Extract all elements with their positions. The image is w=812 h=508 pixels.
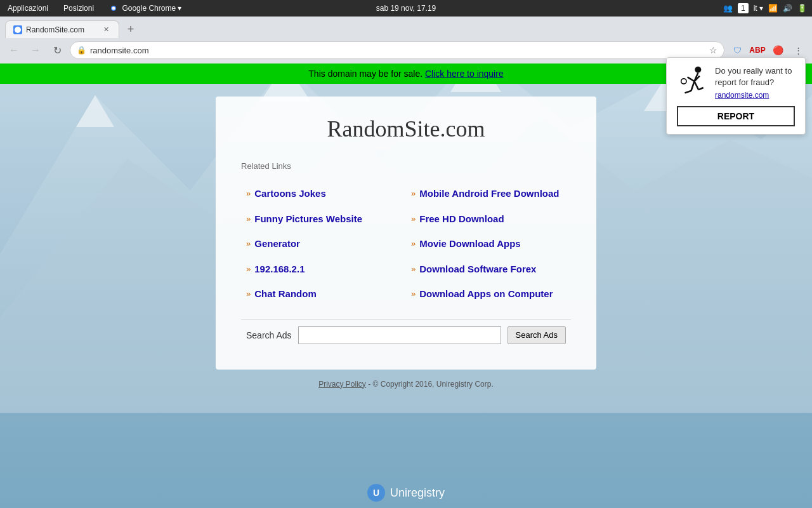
links-grid: » Cartoons Jokes » Mobile Android Free D… [241, 181, 571, 307]
link-item: » Download Software Forex [406, 257, 571, 282]
fraud-site: randomsite.com [715, 91, 795, 100]
back-button[interactable]: ← [5, 41, 23, 59]
chevron-icon: » [411, 189, 416, 198]
chevron-icon: » [246, 264, 251, 274]
chevron-icon: » [411, 239, 416, 248]
link-item: » Download Apps on Computer [406, 281, 571, 307]
toolbar-icons: 🛡 ABP 🔴 ⋮ [728, 41, 807, 59]
chevron-icon: » [411, 214, 416, 224]
link-item: » 192.168.2.1 [241, 257, 406, 282]
fraud-popup: Do you really want to report for fraud? … [666, 57, 806, 135]
svg-line-16 [691, 81, 695, 91]
os-posizioni[interactable]: Posizioni [61, 3, 96, 14]
svg-point-20 [681, 79, 686, 84]
link-item: » Free HD Download [406, 206, 571, 232]
notification-text: This domain may be for sale. [308, 69, 422, 79]
url-bar[interactable]: 🔒 randomsite.com ☆ [70, 41, 724, 59]
os-lang: it ▾ [754, 4, 763, 13]
copyright-text: © Copyright 2016, Uniregistry Corp. [373, 380, 494, 389]
related-links-label: Related Links [241, 161, 571, 171]
search-ads-input[interactable] [298, 326, 501, 344]
os-num: 1 [738, 3, 749, 13]
os-applicazioni[interactable]: Applicazioni [5, 3, 51, 14]
os-users-icon: 👥 [723, 4, 733, 13]
chevron-icon: » [246, 189, 251, 198]
fraud-popup-inner: Do you really want to report for fraud? … [677, 65, 795, 100]
download-software-link[interactable]: Download Software Forex [419, 263, 536, 276]
extra-icon[interactable]: 🔴 [769, 41, 787, 59]
svg-line-14 [688, 77, 695, 81]
svg-line-18 [695, 81, 699, 90]
svg-point-2 [15, 27, 21, 33]
link-item: » Funny Pictures Website [241, 206, 406, 232]
refresh-button[interactable]: ↻ [48, 41, 66, 59]
os-bar-right: 👥 1 it ▾ 📶 🔊 🔋 [723, 3, 807, 13]
chevron-icon: » [246, 289, 251, 298]
svg-line-17 [685, 91, 691, 93]
os-chrome[interactable]: Google Chrome ▾ [107, 3, 184, 15]
privacy-policy-link[interactable]: Privacy Policy [318, 380, 366, 389]
ip-link[interactable]: 192.168.2.1 [254, 263, 304, 276]
download-apps-link[interactable]: Download Apps on Computer [419, 288, 553, 300]
cartoons-jokes-link[interactable]: Cartoons Jokes [254, 187, 326, 200]
chevron-icon: » [246, 214, 251, 224]
os-datetime: sab 19 nov, 17.19 [376, 4, 436, 13]
link-item: » Generator [241, 231, 406, 257]
svg-point-1 [112, 7, 115, 10]
footer: Privacy Policy - © Copyright 2016, Unire… [318, 380, 494, 389]
link-item: » Chat Random [241, 281, 406, 307]
chevron-icon: » [411, 264, 416, 274]
uniregistry-logo: U [367, 484, 385, 502]
svg-text:U: U [373, 488, 379, 498]
free-hd-link[interactable]: Free HD Download [419, 213, 504, 225]
search-ads-row: Search Ads Search Ads [241, 319, 571, 351]
new-tab-button[interactable]: + [122, 20, 140, 38]
shield-icon[interactable]: 🛡 [728, 41, 746, 59]
tab-favicon [13, 25, 22, 34]
os-battery-icon: 🔋 [797, 4, 807, 13]
bookmark-icon[interactable]: ☆ [709, 45, 717, 55]
os-volume-icon: 🔊 [783, 4, 792, 13]
fraud-content: Do you really want to report for fraud? … [715, 65, 795, 100]
generator-link[interactable]: Generator [254, 237, 300, 250]
forward-button[interactable]: → [27, 41, 44, 59]
link-item: » Mobile Android Free Download [406, 181, 571, 206]
link-item: » Movie Download Apps [406, 231, 571, 257]
funny-pictures-link[interactable]: Funny Pictures Website [254, 213, 362, 225]
svg-line-19 [698, 88, 704, 90]
movie-download-link[interactable]: Movie Download Apps [419, 237, 520, 250]
tab-close-button[interactable]: ✕ [101, 25, 111, 35]
fraud-question: Do you really want to report for fraud? [715, 65, 795, 88]
copyright-text: - [368, 380, 372, 389]
link-item: » Cartoons Jokes [241, 181, 406, 206]
uniregistry-label: Uniregistry [390, 486, 445, 500]
tab-bar: RandomSite.com ✕ + [0, 17, 812, 38]
chevron-icon: » [246, 239, 251, 248]
tab-title: RandomSite.com [26, 25, 84, 34]
browser-frame: RandomSite.com ✕ + ← → ↻ 🔒 randomsite.co… [0, 17, 812, 64]
adblock-icon[interactable]: ABP [749, 41, 766, 59]
os-bar-left: Applicazioni Posizioni Google Chrome ▾ [5, 3, 184, 15]
search-ads-label: Search Ads [246, 330, 292, 340]
svg-point-12 [695, 67, 701, 73]
mobile-android-link[interactable]: Mobile Android Free Download [419, 187, 559, 200]
os-bar: Applicazioni Posizioni Google Chrome ▾ s… [0, 0, 812, 17]
chevron-icon: » [411, 289, 416, 298]
uniregistry-footer: U Uniregistry [367, 484, 445, 502]
site-title: RandomSite.com [241, 116, 571, 142]
notification-link[interactable]: Click here to inquire [425, 69, 504, 79]
os-wifi-icon: 📶 [768, 4, 778, 13]
chat-random-link[interactable]: Chat Random [254, 288, 317, 300]
url-text: randomsite.com [90, 46, 705, 55]
fraud-report-button[interactable]: REPORT [677, 106, 795, 126]
content-card: RandomSite.com Related Links » Cartoons … [216, 97, 596, 370]
menu-icon[interactable]: ⋮ [789, 41, 807, 59]
search-ads-button[interactable]: Search Ads [508, 326, 566, 344]
active-tab[interactable]: RandomSite.com ✕ [5, 20, 119, 38]
running-man-icon [677, 65, 709, 97]
url-lock-icon: 🔒 [77, 46, 86, 55]
